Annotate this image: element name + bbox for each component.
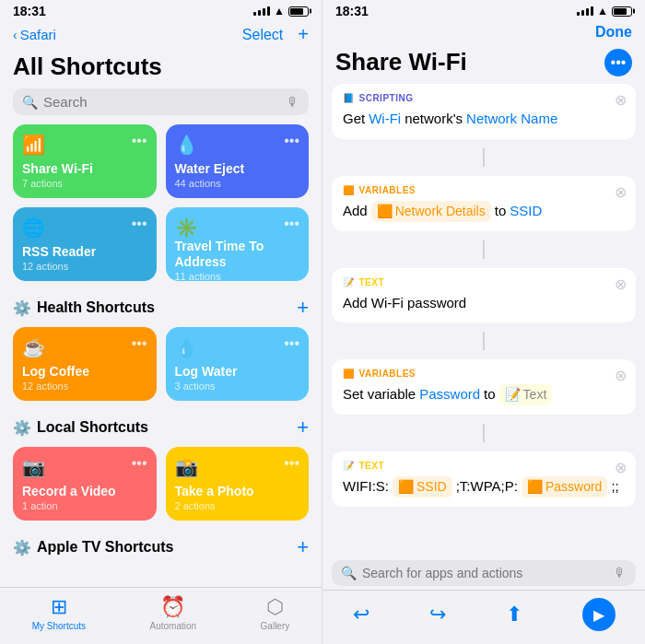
- action-body-text-2: WIFI:S: 🟧 SSID ;T:WPA;P: 🟧 Password ;;: [343, 476, 625, 498]
- card-actions-wifi: 7 actions: [22, 178, 147, 189]
- card-icon-photo: 📸: [175, 456, 198, 478]
- search-actions-bar: 🔍 🎙: [332, 560, 636, 586]
- var1-pill-networkdetails[interactable]: 🟧 Network Details: [371, 201, 491, 222]
- battery-icon-right: [612, 6, 632, 17]
- card-menu-photo[interactable]: •••: [284, 456, 299, 471]
- card-menu-water-eject[interactable]: •••: [284, 134, 299, 148]
- nav-bar-right: Done: [322, 20, 645, 46]
- back-button[interactable]: ‹ Safari: [13, 27, 56, 42]
- local-add-button[interactable]: +: [297, 416, 309, 439]
- card-actions-travel: 11 actions: [175, 271, 300, 282]
- more-options-button[interactable]: •••: [604, 49, 632, 76]
- card-menu-log-water[interactable]: •••: [284, 336, 299, 351]
- redo-button[interactable]: ↪: [429, 603, 446, 626]
- action-body-scripting: Get Wi-Fi network's Network Name: [343, 109, 625, 130]
- wifi-icon: ▲: [274, 5, 285, 18]
- tab-automation[interactable]: ⏰ Automation: [150, 595, 197, 631]
- close-scripting-button[interactable]: ⊗: [615, 91, 627, 109]
- main-shortcuts-grid: 📶 ••• Share Wi-Fi 7 actions 💧 ••• Water …: [13, 124, 309, 281]
- appletv-section-header: ⚙️ Apple TV Shortcuts +: [13, 530, 309, 567]
- card-name-rss: RSS Reader: [22, 244, 147, 260]
- tab-gallery[interactable]: ⬡ Gallery: [261, 595, 290, 631]
- text2-pill-ssid[interactable]: 🟧 SSID: [393, 476, 452, 498]
- card-menu-wifi[interactable]: •••: [132, 134, 147, 148]
- text2-ssid-icon: 🟧: [398, 477, 414, 497]
- scripting-icon: 📘: [343, 93, 355, 103]
- shortcut-card-travel[interactable]: ✳️ ••• Travel Time To Address 11 actions: [166, 207, 310, 281]
- add-button[interactable]: +: [298, 24, 309, 45]
- card-icon-wifi: 📶: [22, 134, 45, 156]
- search-actions-mic-icon: 🎙: [614, 566, 627, 580]
- action-body-variables-1: Add 🟧 Network Details to SSID: [343, 201, 625, 222]
- text2-wifi-s: WIFI:S:: [343, 476, 389, 498]
- var1-text-to: to: [495, 201, 507, 222]
- card-actions-coffee: 12 actions: [22, 381, 147, 392]
- variables-label-1: VARIABLES: [359, 185, 416, 195]
- action-card-scripting: 📘 SCRIPTING ⊗ Get Wi-Fi network's Networ…: [332, 84, 636, 139]
- action-body-text-1: Add Wi-Fi password: [343, 293, 625, 314]
- var1-text-add: Add: [343, 201, 368, 222]
- var2-pill-text[interactable]: 📝 Text: [499, 384, 553, 405]
- var1-pill-label: Network Details: [395, 202, 486, 221]
- done-button[interactable]: Done: [595, 24, 632, 41]
- card-menu-travel[interactable]: •••: [284, 217, 299, 231]
- right-panel: 18:31 ▲ Done Share Wi-Fi ••• 📘: [322, 0, 645, 644]
- card-icon-rss: 🌐: [22, 217, 45, 239]
- action-body-variables-2: Set variable Password to 📝 Text: [343, 384, 625, 405]
- shortcut-card-log-water[interactable]: 💧 ••• Log Water 3 actions: [166, 327, 310, 401]
- shortcut-card-share-wifi[interactable]: 📶 ••• Share Wi-Fi 7 actions: [13, 124, 157, 198]
- divider-4: [483, 424, 485, 442]
- health-add-button[interactable]: +: [297, 296, 309, 320]
- local-section-icon: ⚙️: [13, 419, 31, 437]
- close-text-2-button[interactable]: ⊗: [615, 459, 627, 476]
- play-button[interactable]: ▶: [582, 598, 616, 631]
- var1-text-ssid[interactable]: SSID: [510, 201, 542, 222]
- close-variables-2-button[interactable]: ⊗: [615, 367, 627, 384]
- card-menu-record[interactable]: •••: [132, 456, 147, 471]
- wifi-icon-right: ▲: [597, 5, 608, 18]
- health-shortcuts-grid: ☕ ••• Log Coffee 12 actions 💧 ••• Log Wa…: [13, 327, 309, 401]
- card-actions-rss: 12 actions: [22, 261, 147, 272]
- close-text-1-button[interactable]: ⊗: [615, 275, 627, 293]
- scripting-text-networkname[interactable]: Network Name: [466, 109, 557, 130]
- action-category-text-2: 📝 TEXT: [343, 461, 625, 471]
- text2-pill-password[interactable]: 🟧 Password: [522, 476, 607, 498]
- text2-twpa: ;T:WPA;P:: [456, 476, 518, 498]
- tab-my-shortcuts[interactable]: ⊞ My Shortcuts: [32, 595, 86, 631]
- action-category-variables-2: 🟧 VARIABLES: [343, 369, 625, 379]
- close-variables-1-button[interactable]: ⊗: [615, 183, 627, 201]
- shortcut-card-record-video[interactable]: 📷 ••• Record a Video 1 action: [13, 447, 157, 521]
- health-section-icon: ⚙️: [13, 299, 31, 317]
- text-cat-icon-1: 📝: [343, 277, 355, 287]
- shortcut-card-log-coffee[interactable]: ☕ ••• Log Coffee 12 actions: [13, 327, 157, 401]
- card-icon-coffee: ☕: [22, 336, 45, 358]
- text1-body: Add Wi-Fi password: [343, 293, 466, 314]
- appletv-add-button[interactable]: +: [297, 535, 309, 559]
- shortcut-card-take-photo[interactable]: 📸 ••• Take a Photo 2 actions: [166, 447, 310, 521]
- tab-my-shortcuts-icon: ⊞: [51, 595, 67, 619]
- health-section-header: ⚙️ Health Shortcuts +: [13, 290, 309, 327]
- share-button[interactable]: ⬆: [506, 603, 522, 626]
- card-menu-coffee[interactable]: •••: [132, 336, 147, 351]
- card-icon-travel: ✳️: [175, 217, 198, 239]
- undo-button[interactable]: ↩: [353, 603, 369, 626]
- text-cat-icon-2: 📝: [343, 461, 355, 471]
- card-actions-log-water: 3 actions: [175, 381, 300, 392]
- card-icon-record: 📷: [22, 456, 45, 478]
- card-name-wifi: Share Wi-Fi: [22, 161, 147, 177]
- shortcut-card-rss[interactable]: 🌐 ••• RSS Reader 12 actions: [13, 207, 157, 281]
- local-section-label: Local Shortcuts: [37, 419, 148, 436]
- select-button[interactable]: Select: [242, 27, 283, 43]
- scripting-text-wifi[interactable]: Wi-Fi: [369, 109, 401, 130]
- time-left: 18:31: [13, 4, 46, 18]
- card-name-travel: Travel Time To Address: [175, 239, 300, 270]
- search-actions-input[interactable]: [362, 566, 608, 580]
- shortcut-card-water-eject[interactable]: 💧 ••• Water Eject 44 actions: [166, 124, 310, 198]
- search-input[interactable]: [43, 94, 281, 110]
- var2-text-password[interactable]: Password: [419, 384, 480, 405]
- action-category-variables-1: 🟧 VARIABLES: [343, 185, 625, 195]
- action-card-text-1: 📝 TEXT ⊗ Add Wi-Fi password: [332, 268, 636, 323]
- card-menu-rss[interactable]: •••: [132, 217, 147, 231]
- tab-gallery-icon: ⬡: [266, 595, 284, 619]
- var2-pill-icon: 📝: [505, 385, 521, 404]
